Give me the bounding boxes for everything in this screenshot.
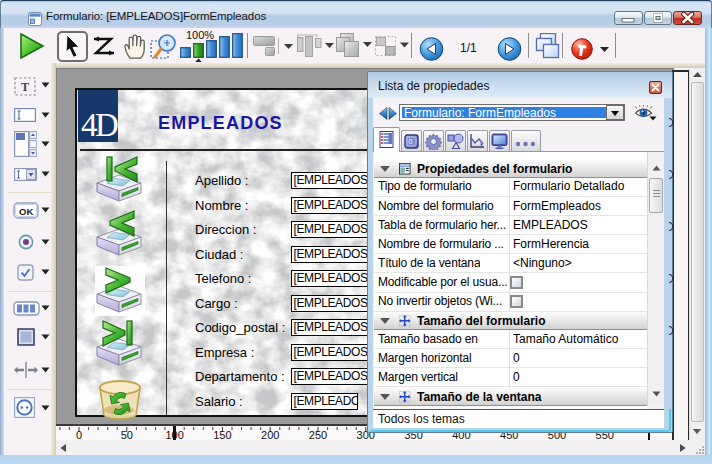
svg-text:OK: OK [19, 206, 33, 217]
svg-text:T: T [21, 80, 29, 94]
svg-text:0: 0 [409, 138, 413, 145]
